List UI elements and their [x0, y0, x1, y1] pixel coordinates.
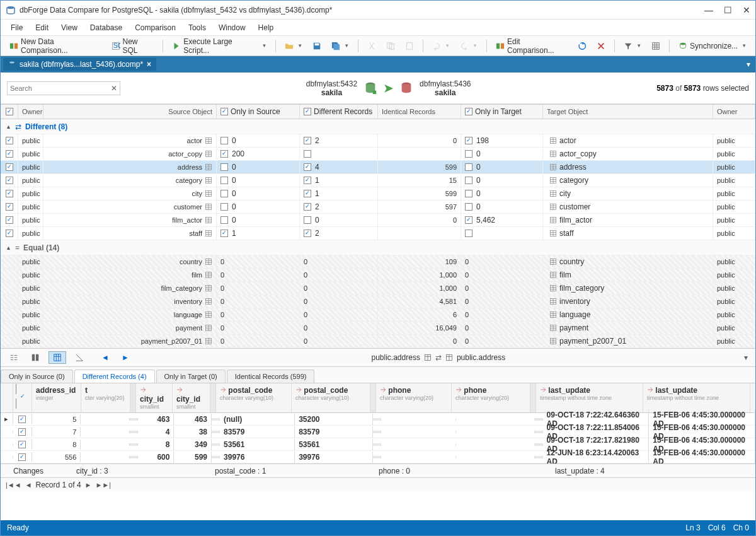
open-button[interactable]: ▼ — [281, 40, 306, 52]
nav-next[interactable]: ► — [85, 481, 92, 489]
nav-prev[interactable]: ◄ — [25, 481, 32, 489]
new-comparison-button[interactable]: New Data Comparison... — [6, 36, 105, 56]
col-target-object[interactable]: Target Object — [543, 105, 713, 119]
row-checkbox[interactable] — [465, 163, 472, 171]
row-checkbox[interactable] — [6, 150, 13, 158]
row-checkbox[interactable] — [304, 150, 311, 158]
copy-button[interactable] — [382, 40, 399, 52]
menu-tools[interactable]: Tools — [183, 22, 211, 33]
col-only-source[interactable]: Only in Source — [217, 105, 300, 119]
minimize-button[interactable]: — — [705, 6, 713, 14]
table-row[interactable]: publicfilm001,0000filmpublic — [1, 269, 755, 282]
detail-tab[interactable]: Only in Source (0) — [1, 370, 73, 383]
nav-first[interactable]: |◄◄ — [6, 481, 21, 489]
row-checkbox[interactable] — [220, 163, 228, 171]
col-target-owner[interactable]: Owner — [713, 105, 755, 119]
row-checkbox[interactable] — [304, 177, 311, 184]
tabbar-dropdown[interactable]: ▾ — [747, 60, 755, 69]
row-checkbox[interactable] — [304, 203, 311, 211]
menu-window[interactable]: Window — [214, 22, 251, 33]
select-all-checkbox[interactable] — [6, 108, 13, 115]
grid-button[interactable] — [648, 40, 664, 52]
row-checkbox[interactable] — [304, 163, 311, 171]
close-tab-icon[interactable]: × — [147, 60, 151, 69]
maximize-button[interactable]: ☐ — [724, 6, 731, 14]
col-diff-records[interactable]: Different Records — [300, 105, 378, 119]
row-checkbox[interactable] — [465, 190, 472, 197]
view-mode-3[interactable] — [49, 351, 66, 364]
col-only-target[interactable]: Only in Target — [461, 105, 543, 119]
search-input-wrapper[interactable]: ✕ — [7, 81, 120, 95]
row-checkbox[interactable] — [220, 216, 228, 224]
row-checkbox[interactable] — [6, 137, 13, 144]
row-checkbox[interactable] — [465, 150, 472, 158]
new-sql-button[interactable]: SQL New SQL — [108, 36, 158, 56]
nav-last[interactable]: ►►| — [95, 481, 111, 489]
search-input[interactable] — [10, 84, 111, 92]
detail-row[interactable]: 556600599399763997612-JUN-18 6:23:14.420… — [1, 451, 755, 463]
row-checkbox[interactable] — [220, 150, 228, 158]
view-mode-4[interactable] — [71, 352, 88, 363]
row-checkbox[interactable] — [6, 203, 13, 211]
table-row[interactable]: publicstaff12staffpublic — [1, 227, 755, 240]
delete-button[interactable] — [593, 40, 609, 52]
table-row[interactable]: publicfilm_actor0005,462film_actorpublic — [1, 214, 755, 227]
table-row[interactable]: publicinventory004,5810inventorypublic — [1, 295, 755, 308]
row-checkbox[interactable] — [220, 230, 228, 237]
table-row[interactable]: publiccity015990citypublic — [1, 187, 755, 201]
menu-edit[interactable]: Edit — [30, 22, 54, 33]
view-mode-2[interactable] — [27, 352, 43, 363]
view-mode-1[interactable] — [6, 352, 22, 363]
col-source-object[interactable]: Source Object — [43, 105, 217, 119]
col-owner[interactable]: Owner — [18, 105, 43, 119]
detail-tab[interactable]: Only in Target (0) — [156, 370, 226, 383]
row-checkbox[interactable] — [465, 137, 472, 144]
table-row[interactable]: publiccustomer025970customerpublic — [1, 201, 755, 214]
table-row[interactable]: publicactor_copy2000actor_copypublic — [1, 148, 755, 161]
row-checkbox[interactable] — [220, 137, 228, 144]
clear-search-icon[interactable]: ✕ — [111, 84, 117, 93]
row-checkbox[interactable] — [6, 177, 13, 184]
document-tab[interactable]: sakila (dbfmylas...last_5436).dcomp* × — [3, 58, 156, 71]
synchronize-button[interactable]: Synchronize...▼ — [675, 40, 750, 52]
undo-button[interactable]: ▼ — [428, 40, 454, 52]
redo-button[interactable]: ▼ — [456, 40, 481, 52]
row-checkbox[interactable] — [6, 216, 13, 224]
table-row[interactable]: publicpayment_p2007_010000payment_p2007_… — [1, 335, 755, 348]
group-equal[interactable]: ▲=Equal (14) — [1, 240, 755, 255]
edit-comparison-button[interactable]: Edit Comparison... — [492, 36, 571, 56]
row-checkbox[interactable] — [6, 230, 13, 237]
row-checkbox[interactable] — [304, 190, 311, 197]
group-different[interactable]: ▲⇄Different (8) — [1, 119, 755, 134]
table-row[interactable]: publicaddress045990addresspublic — [1, 161, 755, 174]
paste-button[interactable] — [401, 40, 418, 52]
menu-comparison[interactable]: Comparison — [130, 22, 181, 33]
prev-diff-button[interactable]: ◄ — [98, 352, 113, 363]
detail-dropdown[interactable]: ▾ — [744, 353, 750, 362]
row-checkbox[interactable] — [304, 137, 311, 144]
table-row[interactable]: publicactor020198actorpublic — [1, 134, 755, 148]
row-checkbox[interactable] — [220, 177, 228, 184]
row-checkbox[interactable] — [6, 190, 13, 197]
table-row[interactable]: publiccategory01150categorypublic — [1, 174, 755, 187]
filter-button[interactable]: ▼ — [620, 40, 645, 52]
menu-view[interactable]: View — [56, 22, 83, 33]
row-checkbox[interactable] — [304, 230, 311, 237]
save-button[interactable] — [309, 40, 325, 52]
detail-tab[interactable]: Identical Records (599) — [227, 370, 315, 383]
execute-script-button[interactable]: Execute Large Script...▼ — [168, 36, 270, 56]
row-checkbox[interactable] — [6, 163, 13, 171]
menu-help[interactable]: Help — [253, 22, 279, 33]
row-checkbox[interactable] — [465, 177, 472, 184]
row-checkbox[interactable] — [220, 203, 228, 211]
detail-tab[interactable]: Different Records (4) — [74, 370, 155, 383]
menu-file[interactable]: File — [6, 22, 28, 33]
menu-database[interactable]: Database — [85, 22, 127, 33]
cut-button[interactable] — [364, 40, 380, 52]
row-checkbox[interactable] — [220, 190, 228, 197]
row-checkbox[interactable] — [465, 216, 472, 224]
row-checkbox[interactable] — [465, 203, 472, 211]
table-row[interactable]: publiccountry001090countrypublic — [1, 255, 755, 269]
col-identical[interactable]: Identical Records — [378, 105, 461, 119]
row-checkbox[interactable] — [465, 230, 472, 237]
